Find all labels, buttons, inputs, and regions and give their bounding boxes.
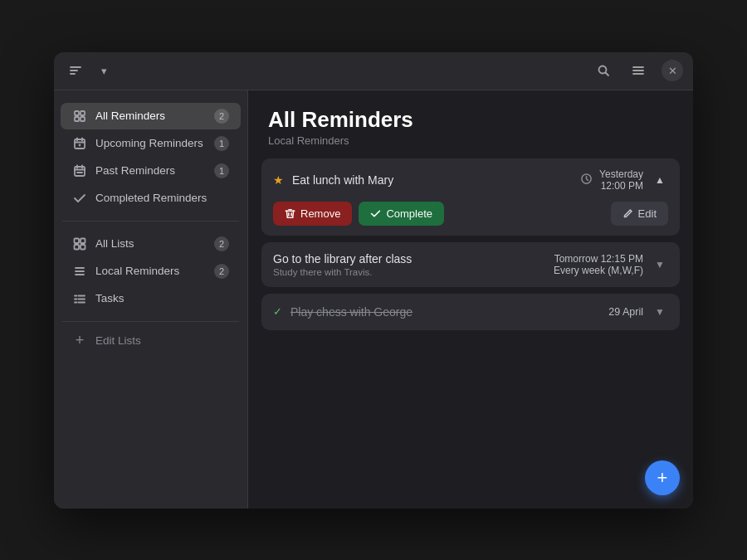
page-subtitle: Local Reminders bbox=[268, 134, 673, 147]
sidebar-badge-local-reminders: 2 bbox=[214, 264, 229, 279]
reminder-date-line1-2: Tomorrow 12:15 PM bbox=[554, 253, 643, 265]
sidebar-badge-all-reminders: 2 bbox=[214, 109, 229, 124]
fab-icon: + bbox=[657, 469, 668, 487]
all-reminders-icon bbox=[72, 109, 87, 124]
svg-rect-24 bbox=[75, 245, 80, 250]
reminder-card-3: ✓ Play chess with George 29 April ▼ bbox=[261, 294, 680, 330]
sidebar-label-completed-reminders: Completed Reminders bbox=[95, 192, 229, 204]
sidebar-item-upcoming-reminders[interactable]: Upcoming Reminders 1 bbox=[61, 130, 241, 157]
main-content: All Reminders 2 Upcoming Reminders 1 bbox=[54, 90, 693, 509]
sidebar-label-local-reminders: Local Reminders bbox=[95, 265, 206, 277]
chevron-up-icon-1[interactable]: ▲ bbox=[652, 172, 668, 188]
dropdown-button[interactable]: ▾ bbox=[92, 59, 115, 82]
local-reminders-icon bbox=[72, 264, 87, 279]
search-button[interactable] bbox=[592, 59, 615, 82]
sort-button[interactable] bbox=[64, 59, 87, 82]
svg-rect-12 bbox=[75, 139, 85, 149]
sidebar-item-local-reminders[interactable]: Local Reminders 2 bbox=[61, 258, 241, 285]
edit-label-1: Edit bbox=[638, 207, 657, 220]
complete-button-1[interactable]: Complete bbox=[359, 202, 444, 226]
edit-button-1[interactable]: Edit bbox=[611, 202, 668, 226]
upcoming-reminders-icon bbox=[72, 136, 87, 151]
close-button[interactable]: ✕ bbox=[662, 60, 683, 81]
search-icon bbox=[597, 64, 610, 77]
reminder-sub-2: Study there with Travis. bbox=[273, 267, 545, 277]
sidebar-primary-section: All Reminders 2 Upcoming Reminders 1 bbox=[54, 99, 247, 216]
reminder-date-line2-2: Every week (M,W,F) bbox=[554, 265, 643, 276]
reminder-meta-1: Yesterday 12:00 PM bbox=[580, 168, 643, 192]
clock-icon-1 bbox=[580, 173, 593, 187]
reminder-date-line2-1: 12:00 PM bbox=[599, 180, 643, 192]
sidebar-badge-upcoming-reminders: 1 bbox=[214, 136, 229, 151]
check-icon-3: ✓ bbox=[273, 305, 282, 318]
reminder-card-1: ★ Eat lunch with Mary Yesterday bbox=[261, 158, 680, 236]
sidebar-label-tasks: Tasks bbox=[95, 292, 229, 304]
tasks-icon bbox=[72, 291, 87, 306]
chevron-down-icon-3[interactable]: ▼ bbox=[652, 304, 668, 320]
reminder-row-1[interactable]: ★ Eat lunch with Mary Yesterday bbox=[261, 158, 680, 202]
reminder-text-3: Play chess with George bbox=[290, 305, 600, 319]
edit-lists-label: Edit Lists bbox=[95, 334, 141, 347]
chevron-down-icon-2[interactable]: ▼ bbox=[652, 256, 668, 273]
reminder-date-1: Yesterday 12:00 PM bbox=[599, 168, 643, 192]
past-reminders-icon bbox=[72, 163, 87, 178]
svg-line-4 bbox=[606, 73, 609, 76]
menu-icon bbox=[632, 64, 645, 77]
sort-icon bbox=[69, 64, 82, 77]
main-header: All Reminders Local Reminders bbox=[248, 90, 693, 158]
title-bar: ▾ ✕ bbox=[54, 52, 693, 90]
sidebar-item-completed-reminders[interactable]: Completed Reminders bbox=[61, 185, 241, 212]
reminder-meta-2: Tomorrow 12:15 PM Every week (M,W,F) bbox=[554, 253, 643, 276]
reminder-date-line1-1: Yesterday bbox=[599, 168, 643, 180]
title-bar-right: ✕ bbox=[592, 59, 683, 82]
completed-reminders-icon bbox=[72, 191, 87, 206]
page-title: All Reminders bbox=[268, 107, 673, 133]
reminder-info-2: Go to the library after class Study ther… bbox=[273, 252, 545, 277]
sidebar-item-all-lists[interactable]: All Lists 2 bbox=[61, 231, 241, 257]
edit-lists-icon: + bbox=[72, 334, 87, 348]
sidebar-badge-all-lists: 2 bbox=[214, 236, 229, 251]
reminder-date-3: 29 April bbox=[608, 306, 643, 318]
sidebar-item-edit-lists[interactable]: + Edit Lists bbox=[61, 328, 241, 354]
sidebar-label-past-reminders: Past Reminders bbox=[95, 164, 206, 177]
sidebar-lists-section: All Lists 2 Local Reminders 2 Task bbox=[54, 226, 247, 316]
reminder-text-1: Eat lunch with Mary bbox=[292, 173, 572, 187]
all-lists-icon bbox=[72, 236, 87, 251]
star-icon-1: ★ bbox=[273, 173, 284, 187]
reminder-row-3[interactable]: ✓ Play chess with George 29 April ▼ bbox=[261, 294, 680, 330]
app-window: ▾ ✕ bbox=[54, 52, 693, 509]
svg-rect-17 bbox=[75, 167, 85, 176]
dropdown-icon: ▾ bbox=[101, 65, 107, 77]
menu-button[interactable] bbox=[627, 59, 650, 82]
reminders-list: ★ Eat lunch with Mary Yesterday bbox=[248, 158, 693, 509]
svg-rect-22 bbox=[75, 238, 80, 243]
svg-rect-23 bbox=[81, 238, 85, 243]
reminder-meta-3: 29 April bbox=[608, 306, 643, 318]
title-bar-left: ▾ bbox=[64, 59, 115, 82]
sidebar-badge-past-reminders: 1 bbox=[214, 163, 229, 178]
sidebar-label-all-reminders: All Reminders bbox=[95, 110, 206, 122]
reminder-row-2[interactable]: Go to the library after class Study ther… bbox=[261, 242, 680, 287]
reminder-card-2: Go to the library after class Study ther… bbox=[261, 242, 680, 287]
sidebar-label-all-lists: All Lists bbox=[95, 237, 206, 250]
sidebar-divider-2 bbox=[62, 321, 239, 322]
svg-rect-8 bbox=[75, 111, 79, 115]
add-reminder-fab[interactable]: + bbox=[645, 460, 680, 495]
remove-label-1: Remove bbox=[300, 207, 340, 220]
sidebar-label-upcoming-reminders: Upcoming Reminders bbox=[95, 137, 206, 149]
sidebar: All Reminders 2 Upcoming Reminders 1 bbox=[54, 90, 248, 509]
svg-rect-11 bbox=[81, 117, 85, 121]
reminder-text-2: Go to the library after class bbox=[273, 252, 545, 265]
sidebar-divider-1 bbox=[62, 221, 239, 222]
close-icon: ✕ bbox=[668, 65, 677, 77]
reminder-date-2: Tomorrow 12:15 PM Every week (M,W,F) bbox=[554, 253, 643, 276]
sidebar-item-past-reminders[interactable]: Past Reminders 1 bbox=[61, 158, 241, 184]
svg-rect-25 bbox=[81, 245, 85, 250]
main-panel: All Reminders Local Reminders ★ Eat lunc… bbox=[248, 90, 693, 509]
sidebar-item-all-reminders[interactable]: All Reminders 2 bbox=[61, 103, 241, 129]
sidebar-item-tasks[interactable]: Tasks bbox=[61, 285, 241, 312]
remove-button-1[interactable]: Remove bbox=[273, 202, 352, 226]
complete-label-1: Complete bbox=[386, 207, 432, 220]
svg-rect-9 bbox=[81, 111, 85, 115]
reminder-actions-1: Remove Complete Edit bbox=[261, 202, 680, 236]
